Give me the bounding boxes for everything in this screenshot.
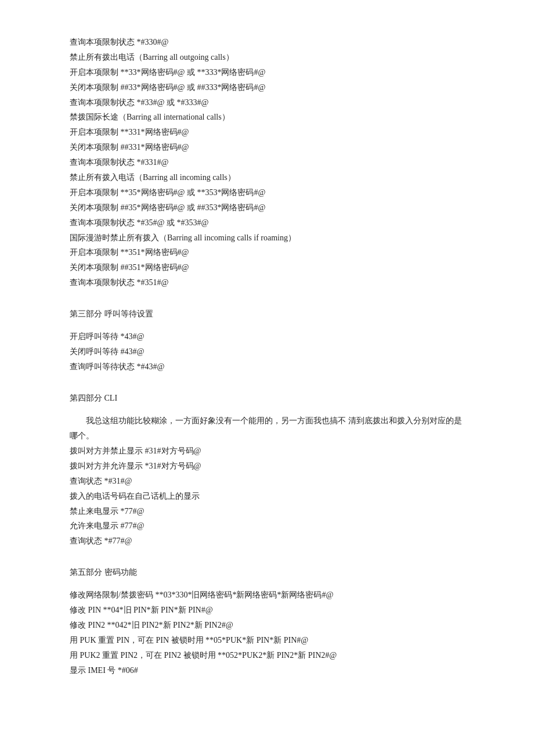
spacer-2 bbox=[70, 323, 464, 329]
spacer-5 bbox=[70, 549, 464, 555]
s5-line-1: 修改网络限制/禁拨密码 **03*330*旧网络密码*新网络密码*新网络密码#@ bbox=[70, 588, 464, 603]
s4-line-1: 拨叫对方并禁止显示 #31#对方号码@ bbox=[70, 444, 464, 459]
line-2: 禁止所有拨出电话（Barring all outgoing calls） bbox=[70, 50, 464, 65]
line-16: 关闭本项限制 ##351*网络密码#@ bbox=[70, 260, 464, 275]
s3-line-2: 关闭呼叫等待 #43#@ bbox=[70, 344, 464, 359]
line-6: 禁拨国际长途（Barring all international calls） bbox=[70, 110, 464, 125]
line-14: 国际漫游时禁止所有拨入（Barring all incoming calls i… bbox=[70, 231, 464, 246]
line-10: 禁止所有拨入电话（Barring all incoming calls） bbox=[70, 170, 464, 185]
s5-line-4: 用 PUK 重置 PIN，可在 PIN 被锁时用 **05*PUK*新 PIN*… bbox=[70, 633, 464, 648]
spacer-1 bbox=[70, 290, 464, 296]
line-9: 查询本项限制状态 *#331#@ bbox=[70, 155, 464, 170]
s5-line-3: 修改 PIN2 **042*旧 PIN2*新 PIN2*新 PIN2#@ bbox=[70, 618, 464, 633]
line-11: 开启本项限制 **35*网络密码#@ 或 **353*网络密码#@ bbox=[70, 185, 464, 200]
section-5-block: 第五部分 密码功能 修改网络限制/禁拨密码 **03*330*旧网络密码*新网络… bbox=[70, 565, 464, 678]
main-content: 查询本项限制状态 *#330#@ 禁止所有拨出电话（Barring all ou… bbox=[70, 35, 464, 678]
s5-line-5: 用 PUK2 重置 PIN2，可在 PIN2 被锁时用 **052*PUK2*新… bbox=[70, 648, 464, 663]
section-4-block: 第四部分 CLI 我总这组功能比较糊涂，一方面好象没有一个能用的，另一方面我也搞… bbox=[70, 391, 464, 549]
line-13: 查询本项限制状态 *#35#@ 或 *#353#@ bbox=[70, 215, 464, 231]
section-4-intro: 我总这组功能比较糊涂，一方面好象没有一个能用的，另一方面我也搞不 清到底拨出和拨… bbox=[70, 413, 464, 444]
s4-line-4: 拨入的电话号码在自己话机上的显示 bbox=[70, 489, 464, 504]
s4-line-2: 拨叫对方并允许显示 *31#对方号码@ bbox=[70, 459, 464, 474]
spacer-6 bbox=[70, 582, 464, 588]
spacer-3 bbox=[70, 375, 464, 380]
s3-line-3: 查询呼叫等待状态 *#43#@ bbox=[70, 359, 464, 375]
s4-line-6: 允许来电显示 #77#@ bbox=[70, 519, 464, 534]
section-3-title: 第三部分 呼叫等待设置 bbox=[70, 307, 464, 321]
s4-line-7: 查询状态 *#77#@ bbox=[70, 534, 464, 549]
line-5: 查询本项限制状态 *#33#@ 或 *#333#@ bbox=[70, 95, 464, 110]
line-8: 关闭本项限制 ##331*网络密码#@ bbox=[70, 140, 464, 155]
s5-line-2: 修改 PIN **04*旧 PIN*新 PIN*新 PIN#@ bbox=[70, 603, 464, 618]
line-3: 开启本项限制 **33*网络密码#@ 或 **333*网络密码#@ bbox=[70, 65, 464, 80]
section-5-title: 第五部分 密码功能 bbox=[70, 565, 464, 579]
spacer-4 bbox=[70, 408, 464, 413]
section-4-title: 第四部分 CLI bbox=[70, 391, 464, 405]
s4-line-5: 禁止来电显示 *77#@ bbox=[70, 504, 464, 519]
s3-line-1: 开启呼叫等待 *43#@ bbox=[70, 329, 464, 344]
line-1: 查询本项限制状态 *#330#@ bbox=[70, 35, 464, 50]
line-7: 开启本项限制 **331*网络密码#@ bbox=[70, 125, 464, 140]
line-4: 关闭本项限制 ##33*网络密码#@ 或 ##333*网络密码#@ bbox=[70, 80, 464, 95]
line-12: 关闭本项限制 ##35*网络密码#@ 或 ##353*网络密码#@ bbox=[70, 200, 464, 215]
line-15: 开启本项限制 **351*网络密码#@ bbox=[70, 245, 464, 260]
top-lines-block: 查询本项限制状态 *#330#@ 禁止所有拨出电话（Barring all ou… bbox=[70, 35, 464, 290]
s5-line-6: 显示 IMEI 号 *#06# bbox=[70, 663, 464, 678]
section-3-block: 第三部分 呼叫等待设置 开启呼叫等待 *43#@ 关闭呼叫等待 #43#@ 查询… bbox=[70, 307, 464, 375]
line-17: 查询本项限制状态 *#351#@ bbox=[70, 275, 464, 290]
s4-line-3: 查询状态 *#31#@ bbox=[70, 474, 464, 489]
